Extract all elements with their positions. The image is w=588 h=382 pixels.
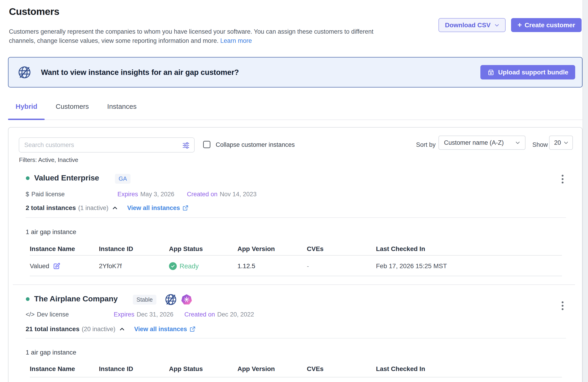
divider <box>30 276 562 276</box>
total-instances-label: 2 total instances <box>26 204 76 212</box>
airgap-globe-icon <box>17 65 32 80</box>
download-csv-label: Download CSV <box>445 21 490 29</box>
view-all-instances-link[interactable]: View all instances <box>134 326 196 333</box>
expires-date: May 3, 2026 <box>140 191 174 198</box>
chevron-down-icon <box>514 139 521 146</box>
vertical-scrollbar[interactable] <box>583 0 588 382</box>
instance-table-header: Instance Name Instance ID App Status App… <box>30 245 562 253</box>
instance-id: 2YfoK7f <box>99 262 169 270</box>
customer-meta-row: $ Paid license Expires May 3, 2026 Creat… <box>26 191 256 198</box>
col-last-checked-in: Last Checked In <box>376 365 562 373</box>
collapse-instances-checkbox[interactable] <box>203 141 210 148</box>
view-all-instances-label: View all instances <box>127 205 180 212</box>
license-type-label: Paid license <box>31 191 65 198</box>
page-description-line2: channels, change license values, view so… <box>9 37 219 44</box>
created-date: Dec 20, 2022 <box>217 311 254 318</box>
tab-hybrid[interactable]: Hybrid <box>16 103 37 110</box>
tab-customers[interactable]: Customers <box>56 103 89 110</box>
show-count-select[interactable]: 20 <box>549 136 573 150</box>
created-on-label: Created on <box>187 191 217 198</box>
sort-select-value: Customer name (A-Z) <box>444 139 514 146</box>
customers-card: Collapse customer instances Sort by Cust… <box>8 127 583 382</box>
edit-icon[interactable] <box>52 262 61 270</box>
upload-support-bundle-button[interactable]: Upload support bundle <box>480 65 575 80</box>
collapse-instances-label: Collapse customer instances <box>216 141 295 149</box>
inactive-instances-label: (1 inactive) <box>78 205 108 212</box>
expires-date: Dec 31, 2026 <box>137 311 174 318</box>
customer-meta-row: </> Dev license Expires Dec 31, 2026 Cre… <box>26 311 254 318</box>
kubernetes-icon <box>181 294 192 305</box>
create-customer-button[interactable]: + Create customer <box>511 18 582 32</box>
cves-value: - <box>307 262 376 270</box>
col-instance-name: Instance Name <box>30 245 99 253</box>
learn-more-link[interactable]: Learn more <box>220 37 252 44</box>
col-app-version: App Version <box>237 245 307 253</box>
col-app-version: App Version <box>237 365 307 373</box>
app-status: Ready <box>180 262 199 270</box>
airgap-instance-count: 1 air gap instance <box>26 228 76 236</box>
tabs-baseline <box>8 120 583 120</box>
divider <box>30 377 562 377</box>
license-type-icon: </> <box>26 311 35 318</box>
created-on-label: Created on <box>184 311 215 318</box>
divider <box>26 338 566 339</box>
expires-label: Expires <box>114 311 134 318</box>
active-tab-underline <box>8 119 45 120</box>
app-version: 1.12.5 <box>237 262 307 270</box>
chevron-down-icon <box>563 139 569 146</box>
status-check-icon <box>169 262 177 270</box>
customer-active-dot <box>26 176 30 180</box>
col-last-checked-in: Last Checked In <box>376 245 562 253</box>
view-all-instances-label: View all instances <box>134 326 187 333</box>
collapse-caret-icon[interactable] <box>119 326 126 333</box>
col-instance-name: Instance Name <box>30 365 99 373</box>
col-cves: CVEs <box>307 245 376 253</box>
show-count-value: 20 <box>554 139 563 146</box>
col-app-status: App Status <box>169 245 237 253</box>
customer-name[interactable]: The Airplane Company <box>34 294 118 303</box>
divider <box>30 255 562 255</box>
create-customer-label: Create customer <box>525 21 575 29</box>
sort-select[interactable]: Customer name (A-Z) <box>439 136 525 150</box>
airgap-instance-count: 1 air gap instance <box>26 349 76 356</box>
plus-icon: + <box>518 21 522 29</box>
tab-bar: Hybrid Customers Instances <box>16 103 136 110</box>
upload-support-bundle-label: Upload support bundle <box>498 69 568 76</box>
instance-table-row: Valued 2YfoK7f Ready 1.12.5 - Feb 17, 20… <box>30 258 562 274</box>
active-filters-text: Filters: Active, Inactive <box>19 156 78 164</box>
expires-label: Expires <box>117 191 138 198</box>
sort-by-label: Sort by <box>416 141 436 149</box>
tab-instances[interactable]: Instances <box>107 103 136 110</box>
customer-menu-button[interactable] <box>558 299 567 313</box>
header-actions: Download CSV + Create customer <box>439 18 582 32</box>
show-label: Show <box>532 141 548 149</box>
collapse-caret-icon[interactable] <box>111 205 118 211</box>
divider <box>26 217 566 218</box>
search-input[interactable] <box>19 138 194 152</box>
customer-menu-button[interactable] <box>558 172 567 186</box>
airgap-globe-icon <box>164 293 177 306</box>
instances-summary-row: 2 total instances (1 inactive) View all … <box>26 204 189 212</box>
download-csv-button[interactable]: Download CSV <box>439 18 505 32</box>
page-description-line1: Customers generally represent the compan… <box>9 28 374 35</box>
customer-active-dot <box>26 297 30 301</box>
inactive-instances-label: (20 inactive) <box>82 326 115 333</box>
col-instance-id: Instance ID <box>99 365 169 373</box>
instance-table-header: Instance Name Instance ID App Status App… <box>30 365 562 373</box>
search-box <box>19 137 195 152</box>
channel-badge: Stable <box>133 295 156 305</box>
customer-name[interactable]: Valued Enterprise <box>34 173 99 182</box>
upload-icon <box>487 69 495 76</box>
instance-name: Valued <box>30 262 49 270</box>
external-link-icon <box>182 205 189 211</box>
external-link-icon <box>189 326 196 332</box>
instances-summary-row: 21 total instances (20 inactive) View al… <box>26 325 196 333</box>
created-date: Nov 14, 2023 <box>220 191 257 198</box>
section-divider <box>13 284 575 285</box>
view-all-instances-link[interactable]: View all instances <box>127 205 189 212</box>
total-instances-label: 21 total instances <box>26 325 80 333</box>
filter-sliders-icon[interactable] <box>182 141 190 149</box>
airgap-banner: Want to view instance insights for an ai… <box>8 57 583 87</box>
page-title: Customers <box>9 6 59 17</box>
banner-text: Want to view instance insights for an ai… <box>41 68 239 77</box>
